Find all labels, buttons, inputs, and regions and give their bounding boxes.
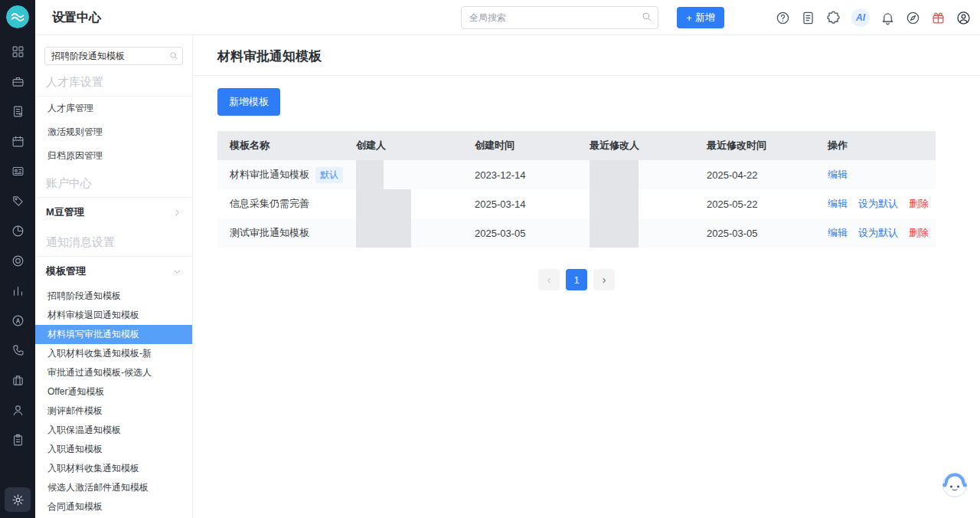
template-name-cell: 材料审批通知模板默认 bbox=[217, 160, 344, 189]
plus-icon: + bbox=[686, 12, 692, 24]
pie-chart-icon[interactable] bbox=[11, 225, 24, 238]
table-header-row: 模板名称创建人创建时间最近修改人最近修改时间操作 bbox=[217, 131, 936, 160]
created-at-cell: 2025-03-05 bbox=[462, 218, 577, 248]
chevron-right-icon bbox=[173, 208, 181, 217]
phone-icon[interactable] bbox=[11, 344, 24, 357]
sidebar-item-mdou[interactable]: M豆管理 bbox=[35, 198, 192, 227]
column-header: 最近修改人 bbox=[577, 131, 694, 160]
sidebar-template-item[interactable]: 入职保温通知模板 bbox=[35, 421, 192, 440]
compass-icon[interactable] bbox=[906, 11, 920, 25]
table-row: 信息采集仍需完善2025-03-142025-05-22编辑设为默认删除 bbox=[217, 189, 936, 218]
search-icon[interactable] bbox=[641, 11, 652, 22]
modifier-cell bbox=[577, 218, 694, 248]
sidebar-group-template-management[interactable]: 模板管理 bbox=[35, 257, 192, 286]
actions-cell: 编辑设为默认删除 bbox=[815, 218, 936, 248]
note-icon[interactable] bbox=[801, 11, 815, 25]
add-template-button[interactable]: 新增模板 bbox=[217, 88, 280, 116]
column-header: 模板名称 bbox=[217, 131, 344, 160]
edit-link[interactable]: 编辑 bbox=[828, 168, 848, 182]
redacted-modifier bbox=[590, 189, 639, 218]
redacted-creator bbox=[356, 189, 411, 218]
sidebar-template-item[interactable]: 审批通过通知模板-候选人 bbox=[35, 363, 192, 382]
template-name: 测试审批通知模板 bbox=[230, 226, 309, 240]
sidebar-item-archive-reasons[interactable]: 归档原因管理 bbox=[35, 144, 192, 168]
clipboard-icon[interactable] bbox=[11, 434, 24, 447]
prev-page-button[interactable]: ‹ bbox=[538, 269, 560, 290]
sidebar-template-item[interactable]: Offer通知模板 bbox=[35, 382, 192, 402]
donut-chart-icon[interactable] bbox=[11, 254, 24, 267]
bar-chart-icon[interactable] bbox=[11, 284, 24, 297]
sidebar-template-item[interactable]: 合同通知模板 bbox=[35, 497, 192, 516]
redacted-modifier bbox=[590, 218, 639, 248]
pagination: ‹ 1 › bbox=[217, 269, 936, 290]
settings-sidebar: 人才库设置 人才库管理 激活规则管理 归档原因管理 账户中心 M豆管理 通知消息… bbox=[35, 35, 193, 518]
avatar-icon[interactable] bbox=[956, 11, 971, 25]
briefcase-icon[interactable] bbox=[11, 75, 24, 88]
modified-at-cell: 2025-03-05 bbox=[694, 218, 815, 248]
column-header: 创建人 bbox=[344, 131, 462, 160]
global-search bbox=[461, 6, 658, 29]
calendar-icon[interactable] bbox=[11, 135, 24, 148]
table-body: 材料审批通知模板默认2023-12-142025-04-22编辑信息采集仍需完善… bbox=[217, 160, 936, 248]
modified-at-cell: 2025-04-22 bbox=[694, 160, 815, 189]
next-page-button[interactable]: › bbox=[593, 269, 615, 290]
sidebar-template-item[interactable]: 材料审核退回通知模板 bbox=[35, 306, 192, 325]
suitcase-icon[interactable] bbox=[11, 374, 24, 387]
sidebar-template-item[interactable]: 入职通知模板 bbox=[35, 440, 192, 459]
set-default-link[interactable]: 设为默认 bbox=[858, 226, 898, 240]
id-card-icon[interactable] bbox=[11, 165, 24, 178]
redacted-modifier bbox=[590, 160, 639, 189]
global-new-button[interactable]: + 新增 bbox=[677, 7, 724, 28]
created-at-cell: 2025-03-14 bbox=[462, 189, 577, 218]
redacted-creator bbox=[356, 160, 384, 189]
rail-nav bbox=[11, 45, 24, 447]
dashboard-icon[interactable] bbox=[11, 45, 24, 58]
edit-link[interactable]: 编辑 bbox=[828, 197, 848, 211]
created-at-cell: 2023-12-14 bbox=[462, 160, 577, 189]
puzzle-icon[interactable] bbox=[826, 11, 841, 25]
table-row: 材料审批通知模板默认2023-12-142025-04-22编辑 bbox=[217, 160, 936, 189]
tag-icon[interactable] bbox=[11, 195, 24, 208]
sidebar-template-item[interactable]: 招聘阶段通知模板 bbox=[35, 287, 192, 306]
assistant-mascot[interactable] bbox=[942, 472, 968, 498]
set-default-link[interactable]: 设为默认 bbox=[858, 197, 898, 211]
delete-link[interactable]: 删除 bbox=[909, 197, 929, 211]
sidebar-search-input[interactable] bbox=[44, 47, 183, 65]
circled-a-icon[interactable] bbox=[11, 314, 24, 327]
template-group-label: 模板管理 bbox=[46, 264, 86, 278]
person-icon[interactable] bbox=[11, 404, 24, 417]
templates-table: 模板名称创建人创建时间最近修改人最近修改时间操作 材料审批通知模板默认2023-… bbox=[217, 131, 936, 248]
modifier-cell bbox=[577, 160, 694, 189]
edit-link[interactable]: 编辑 bbox=[828, 226, 848, 240]
app-logo[interactable] bbox=[6, 5, 29, 28]
creator-cell bbox=[344, 218, 462, 248]
chevron-down-icon bbox=[173, 267, 181, 276]
page-number-button[interactable]: 1 bbox=[566, 269, 587, 290]
sidebar-search bbox=[44, 47, 183, 65]
sidebar-template-item[interactable]: 入职材料收集通知模板-新 bbox=[35, 344, 192, 363]
search-icon[interactable] bbox=[168, 51, 178, 61]
template-name-cell: 测试审批通知模板 bbox=[217, 218, 344, 248]
sidebar-template-item[interactable]: 测评邮件模板 bbox=[35, 402, 192, 421]
sidebar-item-talent-pool[interactable]: 人才库管理 bbox=[35, 97, 192, 120]
sidebar-template-item[interactable]: 候选人激活邮件通知模板 bbox=[35, 478, 192, 497]
template-name: 材料审批通知模板 bbox=[230, 168, 309, 182]
doc-settings-icon[interactable] bbox=[11, 105, 24, 118]
ai-assistant-icon[interactable]: AI bbox=[851, 8, 870, 27]
template-name-cell: 信息采集仍需完善 bbox=[217, 189, 344, 218]
creator-cell bbox=[344, 160, 462, 189]
sidebar-item-activation-rules[interactable]: 激活规则管理 bbox=[35, 120, 192, 144]
sidebar-template-item[interactable]: 入职材料收集通知模板 bbox=[35, 459, 192, 478]
template-list: 招聘阶段通知模板材料审核退回通知模板材料填写审批通知模板入职材料收集通知模板-新… bbox=[35, 286, 192, 518]
page-title-row: 材料审批通知模板 bbox=[193, 35, 980, 76]
global-search-input[interactable] bbox=[461, 6, 658, 29]
table-row: 测试审批通知模板2025-03-052025-03-05编辑设为默认删除 bbox=[217, 218, 936, 248]
help-icon[interactable] bbox=[776, 11, 790, 25]
delete-link[interactable]: 删除 bbox=[909, 226, 929, 240]
top-header: 设置中心 + 新增 AI bbox=[35, 0, 980, 35]
bell-icon[interactable] bbox=[880, 11, 895, 25]
main-content: 材料审批通知模板 新增模板 模板名称创建人创建时间最近修改人最近修改时间操作 材… bbox=[193, 35, 980, 518]
settings-gear-icon[interactable] bbox=[5, 487, 31, 512]
gift-icon[interactable] bbox=[931, 11, 946, 25]
sidebar-template-item[interactable]: 材料填写审批通知模板 bbox=[35, 325, 192, 344]
